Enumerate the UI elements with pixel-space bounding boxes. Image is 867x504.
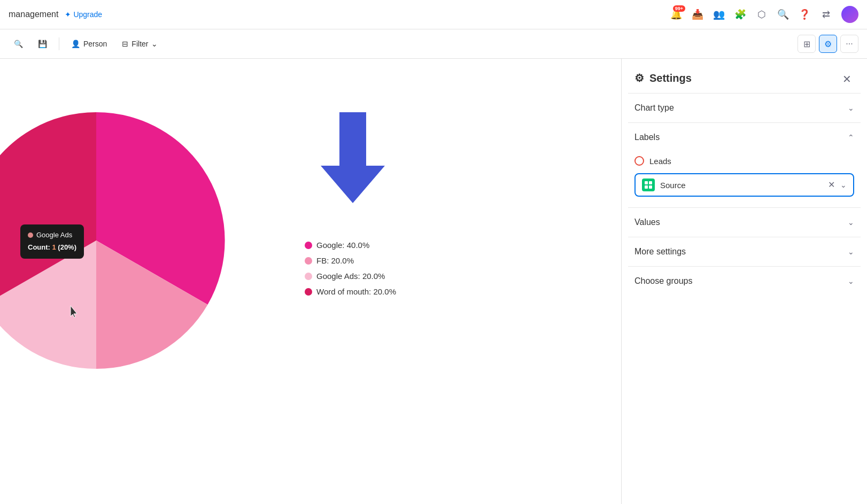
table-view-btn[interactable]: ⊞ [798, 35, 816, 53]
legend-item-fb: FB: 20.0% [305, 256, 396, 265]
notification-badge: 99+ [673, 5, 685, 12]
tooltip-title: Google Ads [28, 230, 76, 241]
toolbar-right: ⊞ ⚙ ··· [798, 35, 858, 53]
legend-item-word-of-mouth: Word of mouth: 20.0% [305, 287, 396, 296]
filter-button[interactable]: ⊟ Filter ⌄ [117, 36, 163, 51]
filter-icon: ⊟ [122, 40, 128, 48]
upgrade-star-icon: ✦ [65, 10, 71, 19]
community-icon[interactable]: ⬡ [756, 9, 768, 20]
tooltip-count-pct: (20%) [56, 243, 76, 251]
filter-chevron-icon: ⌄ [151, 40, 158, 48]
app-title: management [9, 10, 58, 19]
legend-dot-google [305, 242, 312, 249]
person-icon: 👤 [71, 40, 80, 48]
upgrade-btn[interactable]: ✦ Upgrade [65, 10, 102, 19]
leads-row: Leads [634, 156, 854, 166]
settings-view-btn[interactable]: ⚙ [819, 35, 837, 53]
leads-label: Leads [649, 157, 671, 166]
toolbar-divider [59, 37, 59, 50]
section-values: Values ⌄ [628, 207, 861, 237]
chart-area: Google Ads Count: 1 (20%) Google: 40.0% … [0, 59, 621, 504]
legend-item-google: Google: 40.0% [305, 241, 396, 250]
svg-rect-3 [645, 185, 648, 189]
close-button[interactable]: ✕ [837, 69, 856, 89]
values-label: Values [634, 218, 660, 227]
tooltip-count-label: Count: [28, 243, 52, 251]
save-button[interactable]: 💾 [33, 36, 52, 51]
search-button[interactable]: 🔍 [9, 36, 28, 51]
legend-label-google-ads: Google Ads: 20.0% [316, 272, 385, 281]
chart-legend: Google: 40.0% FB: 20.0% Google Ads: 20.0… [305, 241, 396, 303]
settings-gear-icon: ⚙ [634, 72, 644, 84]
help-icon[interactable]: ❓ [799, 9, 810, 20]
svg-rect-2 [649, 181, 652, 184]
search-icon[interactable]: 🔍 [777, 9, 789, 20]
filter-label: Filter [131, 40, 148, 48]
labels-label: Labels [634, 133, 660, 142]
legend-label-google: Google: 40.0% [316, 241, 369, 250]
leads-circle-icon [634, 156, 644, 166]
labels-header[interactable]: Labels ⌃ [628, 123, 861, 152]
more-options-btn[interactable]: ··· [840, 35, 858, 53]
inbox-icon[interactable]: 📥 [692, 9, 703, 20]
notification-icon[interactable]: 🔔 99+ [670, 9, 682, 20]
people-icon[interactable]: 👥 [713, 9, 725, 20]
tooltip-count-value: 1 [52, 243, 56, 251]
more-settings-header[interactable]: More settings ⌄ [628, 237, 861, 266]
choose-groups-label: Choose groups [634, 276, 693, 286]
toolbar: 🔍 💾 👤 Person ⊟ Filter ⌄ ⊞ ⚙ ··· [0, 29, 867, 59]
labels-content: Leads Source ✕ ⌄ [628, 152, 861, 207]
tooltip-count: Count: 1 (20%) [28, 242, 76, 253]
more-settings-chevron-icon: ⌄ [848, 247, 854, 256]
choose-groups-chevron-icon: ⌄ [848, 277, 854, 285]
legend-item-google-ads: Google Ads: 20.0% [305, 272, 396, 281]
upgrade-label: Upgrade [73, 10, 102, 19]
svg-marker-0 [321, 112, 385, 203]
svg-rect-4 [649, 185, 652, 189]
source-clear-icon[interactable]: ✕ [828, 181, 835, 189]
down-arrow [310, 112, 396, 208]
chart-type-label: Chart type [634, 103, 674, 113]
settings-header: ⚙ Settings [622, 59, 867, 93]
values-header[interactable]: Values ⌄ [628, 208, 861, 237]
svg-rect-1 [645, 181, 648, 184]
labels-chevron-icon: ⌃ [848, 133, 854, 142]
top-bar-icons: 🔔 99+ 📥 👥 🧩 ⬡ 🔍 ❓ ⇄ [670, 6, 858, 23]
tooltip: Google Ads Count: 1 (20%) [20, 224, 84, 259]
source-icon [642, 179, 655, 191]
source-selector[interactable]: Source ✕ ⌄ [634, 173, 854, 197]
section-more-settings: More settings ⌄ [628, 237, 861, 266]
main-area: Google Ads Count: 1 (20%) Google: 40.0% … [0, 59, 867, 504]
legend-label-fb: FB: 20.0% [316, 256, 354, 265]
source-label: Source [660, 181, 823, 190]
values-chevron-icon: ⌄ [848, 218, 854, 227]
puzzle-icon[interactable]: 🧩 [734, 9, 746, 20]
section-chart-type: Chart type ⌄ [628, 93, 861, 122]
avatar[interactable] [841, 6, 858, 23]
legend-dot-google-ads [305, 273, 312, 280]
more-settings-label: More settings [634, 247, 686, 257]
chart-type-chevron-icon: ⌄ [848, 104, 854, 112]
legend-dot-fb [305, 257, 312, 265]
top-bar: management ✦ Upgrade 🔔 99+ 📥 👥 🧩 ⬡ 🔍 ❓ ⇄ [0, 0, 867, 29]
legend-dot-word-of-mouth [305, 288, 312, 296]
section-labels: Labels ⌃ Leads Source ✕ ⌄ [628, 122, 861, 207]
choose-groups-header[interactable]: Choose groups ⌄ [628, 267, 861, 296]
tooltip-title-text: Google Ads [36, 230, 72, 241]
save-icon: 💾 [38, 40, 47, 48]
source-chevron-icon[interactable]: ⌄ [840, 181, 847, 189]
settings-panel: ✕ ⚙ Settings Chart type ⌄ Labels ⌃ Lead [621, 59, 867, 504]
tooltip-dot-icon [28, 232, 33, 238]
legend-label-word-of-mouth: Word of mouth: 20.0% [316, 287, 396, 296]
person-button[interactable]: 👤 Person [66, 36, 112, 51]
section-choose-groups: Choose groups ⌄ [628, 266, 861, 296]
settings-title: Settings [649, 72, 692, 84]
search-icon: 🔍 [14, 40, 23, 48]
person-label: Person [83, 40, 107, 48]
chart-type-header[interactable]: Chart type ⌄ [628, 94, 861, 122]
branch-icon[interactable]: ⇄ [820, 9, 832, 20]
